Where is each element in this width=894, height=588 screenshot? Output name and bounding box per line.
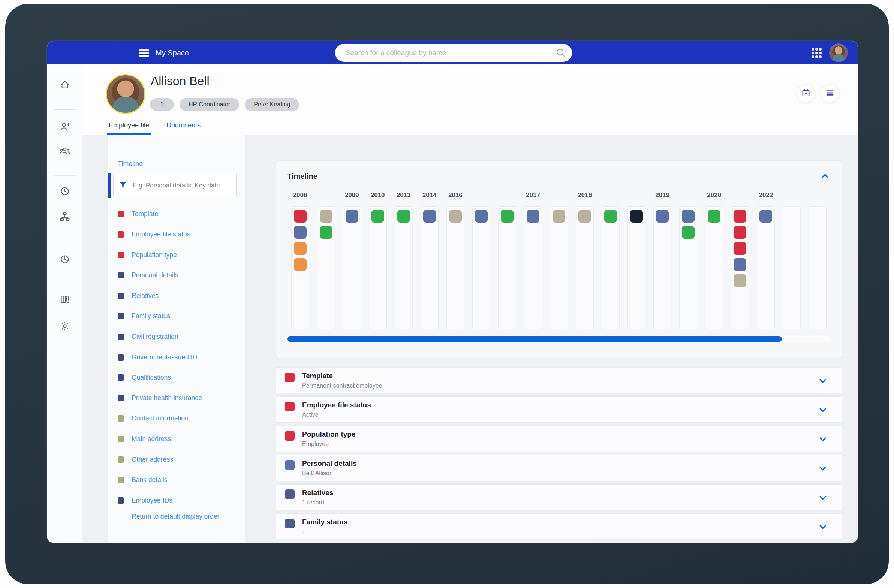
sidebar-item-library[interactable] bbox=[57, 293, 72, 308]
section-text: Relatives1 record bbox=[302, 485, 333, 510]
timeline-event-square[interactable] bbox=[630, 210, 643, 223]
field-list-item[interactable]: Private health insurance bbox=[118, 393, 242, 403]
timeline-event-square[interactable] bbox=[734, 210, 746, 223]
main-menu-button[interactable]: My Space bbox=[139, 41, 189, 65]
timeline-event-square[interactable] bbox=[734, 274, 746, 287]
timeline-event-square[interactable] bbox=[760, 210, 772, 223]
rail-divider bbox=[54, 175, 76, 176]
section-row[interactable]: Population typeEmployee bbox=[276, 426, 842, 452]
list-menu-button[interactable] bbox=[821, 85, 839, 103]
timeline-column: 2018 bbox=[572, 191, 598, 329]
chevron-down-icon[interactable] bbox=[817, 463, 828, 476]
field-label: Template bbox=[131, 210, 158, 218]
timeline-event-square[interactable] bbox=[682, 226, 695, 239]
field-list-item[interactable]: Relatives bbox=[118, 291, 242, 301]
timeline-event-square[interactable] bbox=[734, 242, 746, 255]
timeline-event-square[interactable] bbox=[294, 226, 307, 239]
chevron-down-icon[interactable] bbox=[817, 375, 828, 388]
chevron-down-icon[interactable] bbox=[817, 492, 828, 505]
section-row[interactable]: TemplatePermanent contract employee bbox=[276, 368, 842, 393]
field-filter-input[interactable] bbox=[132, 181, 232, 190]
timeline-column bbox=[313, 191, 339, 329]
timeline-event-square[interactable] bbox=[734, 226, 746, 239]
field-list-item[interactable]: Main address bbox=[118, 434, 242, 445]
timeline-column: 2008 bbox=[287, 191, 313, 329]
section-row[interactable]: Family status- bbox=[276, 514, 842, 539]
timeline-event-square[interactable] bbox=[475, 210, 488, 223]
reset-order-link[interactable]: Return to default display order bbox=[131, 513, 219, 520]
section-value: Active bbox=[302, 412, 371, 418]
sidebar-item-time[interactable] bbox=[57, 184, 72, 199]
field-list-item[interactable]: Personal details bbox=[118, 270, 242, 281]
sidebar-item-analytics[interactable] bbox=[57, 253, 72, 268]
timeline-event-square[interactable] bbox=[423, 210, 436, 223]
timeline-link[interactable]: Timeline bbox=[118, 160, 143, 168]
sidebar-item-org-chart[interactable] bbox=[57, 210, 72, 225]
timeline-event-square[interactable] bbox=[397, 210, 410, 223]
apps-grid-icon[interactable] bbox=[811, 48, 822, 58]
sidebar-item-add-colleague[interactable] bbox=[57, 120, 72, 135]
timeline-event-square[interactable] bbox=[294, 258, 307, 271]
top-bar: My Space bbox=[47, 41, 858, 65]
field-list-item[interactable]: Civil registration bbox=[118, 332, 242, 342]
section-row[interactable]: Personal detailsBell/ Allison bbox=[276, 455, 842, 481]
tab-employee-file[interactable]: Employee file bbox=[109, 121, 149, 135]
field-label: Personal details bbox=[131, 271, 178, 279]
field-bullet-icon bbox=[118, 231, 124, 238]
section-list: TemplatePermanent contract employeeEmplo… bbox=[276, 368, 842, 539]
field-list: TemplateEmployee file statusPopulation t… bbox=[118, 209, 242, 516]
chevron-down-icon[interactable] bbox=[817, 521, 828, 534]
search-icon[interactable] bbox=[555, 47, 566, 59]
timeline-event-square[interactable] bbox=[320, 226, 332, 239]
field-label: Private health insurance bbox=[131, 394, 202, 402]
timeline-event-square[interactable] bbox=[682, 210, 695, 223]
tab-documents[interactable]: Documents bbox=[166, 121, 201, 135]
section-title: Personal details bbox=[302, 460, 357, 468]
field-list-item[interactable]: Population type bbox=[118, 250, 242, 260]
field-list-item[interactable]: Family status bbox=[118, 311, 242, 321]
field-bullet-icon bbox=[118, 457, 124, 463]
chevron-up-icon[interactable] bbox=[819, 170, 831, 182]
timeline-event-square[interactable] bbox=[320, 210, 332, 223]
chevron-down-icon[interactable] bbox=[817, 404, 828, 417]
section-value: 1 record bbox=[302, 499, 333, 506]
timeline-event-square[interactable] bbox=[578, 210, 591, 223]
field-list-item[interactable]: Contact information bbox=[118, 413, 242, 424]
section-row[interactable]: Relatives1 record bbox=[276, 485, 842, 510]
field-bullet-icon bbox=[118, 252, 124, 258]
employee-avatar bbox=[106, 74, 145, 114]
field-list-item[interactable]: Bank details bbox=[118, 475, 242, 485]
user-avatar[interactable] bbox=[830, 44, 847, 62]
field-list-item[interactable]: Employee IDs bbox=[118, 495, 242, 505]
timeline-event-square[interactable] bbox=[656, 210, 669, 223]
chevron-down-icon[interactable] bbox=[817, 434, 828, 446]
sidebar-item-home[interactable] bbox=[57, 78, 72, 93]
field-list-item[interactable]: Other address bbox=[118, 454, 242, 465]
timeline-event-square[interactable] bbox=[371, 210, 384, 223]
section-row[interactable]: Employee file statusActive bbox=[276, 397, 842, 422]
timeline-track bbox=[421, 207, 439, 329]
timeline-event-square[interactable] bbox=[449, 210, 462, 223]
timeline-event-square[interactable] bbox=[734, 258, 746, 271]
timeline-event-square[interactable] bbox=[294, 210, 307, 223]
timeline-event-square[interactable] bbox=[501, 210, 513, 223]
rail-divider bbox=[54, 241, 76, 241]
field-list-item[interactable]: Government-issued ID bbox=[118, 352, 242, 362]
timeline-event-square[interactable] bbox=[346, 210, 358, 223]
search-input[interactable] bbox=[335, 44, 572, 62]
timeline-columns: 2008200920102013201420162017201820192020… bbox=[287, 191, 831, 329]
timeline-year-label: 2022 bbox=[759, 191, 773, 203]
timeline-event-square[interactable] bbox=[708, 210, 720, 223]
field-list-item[interactable]: Employee file status bbox=[118, 229, 242, 240]
section-title: Family status bbox=[302, 518, 347, 526]
sidebar-item-settings[interactable] bbox=[57, 319, 72, 334]
timeline-event-square[interactable] bbox=[527, 210, 539, 223]
timeline-event-square[interactable] bbox=[294, 242, 307, 255]
sidebar-item-team[interactable] bbox=[57, 144, 72, 159]
timeline-event-square[interactable] bbox=[604, 210, 617, 223]
calendar-button[interactable] bbox=[797, 85, 815, 103]
timeline-scrollbar-thumb[interactable] bbox=[287, 336, 782, 342]
timeline-event-square[interactable] bbox=[553, 210, 565, 223]
field-list-item[interactable]: Template bbox=[118, 209, 242, 219]
field-list-item[interactable]: Qualifications bbox=[118, 372, 242, 383]
